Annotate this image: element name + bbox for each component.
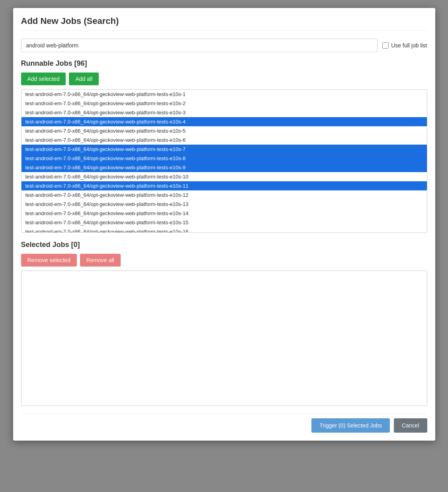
list-item[interactable]: test-android-em-7.0-x86_64/opt-geckoview… [22,99,427,108]
list-item[interactable]: test-android-em-7.0-x86_64/opt-geckoview… [22,200,427,209]
trigger-button[interactable]: Trigger (0) Selected Jobs [311,418,390,433]
list-item[interactable]: test-android-em-7.0-x86_64/opt-geckoview… [22,126,427,135]
selected-jobs-title: Selected Jobs [0] [21,241,427,249]
runnable-jobs-list-container[interactable]: test-android-em-7.0-x86_64/opt-geckoview… [21,89,427,233]
list-item[interactable]: test-android-em-7.0-x86_64/opt-geckoview… [22,108,427,117]
search-row: Use full job list [21,39,427,52]
add-selected-button[interactable]: Add selected [21,73,66,85]
runnable-jobs-button-row: Add selected Add all [21,73,427,85]
full-job-list-checkbox[interactable] [382,42,389,49]
list-item[interactable]: test-android-em-7.0-x86_64/opt-geckoview… [22,209,427,218]
list-item[interactable]: test-android-em-7.0-x86_64/opt-geckoview… [22,172,427,181]
list-item[interactable]: test-android-em-7.0-x86_64/opt-geckoview… [22,145,427,154]
search-input[interactable] [21,39,378,52]
add-all-button[interactable]: Add all [69,73,99,85]
list-item[interactable]: test-android-em-7.0-x86_64/opt-geckoview… [22,190,427,200]
list-item[interactable]: test-android-em-7.0-x86_64/opt-geckoview… [22,154,427,163]
list-item[interactable]: test-android-em-7.0-x86_64/opt-geckoview… [22,181,427,190]
modal-title: Add New Jobs (Search) [21,16,427,31]
runnable-jobs-title: Runnable Jobs [96] [21,59,427,68]
list-item[interactable]: test-android-em-7.0-x86_64/opt-geckoview… [22,135,427,145]
selected-jobs-button-row: Remove selected Remove all [21,254,427,267]
selected-jobs-list-container[interactable] [21,271,427,406]
full-job-list-text: Use full job list [391,42,427,49]
runnable-jobs-list: test-android-em-7.0-x86_64/opt-geckoview… [22,90,427,233]
list-item[interactable]: test-android-em-7.0-x86_64/opt-geckoview… [22,218,427,227]
list-item[interactable]: test-android-em-7.0-x86_64/opt-geckoview… [22,90,427,99]
full-job-list-label[interactable]: Use full job list [382,42,427,49]
list-item[interactable]: test-android-em-7.0-x86_64/opt-geckoview… [22,163,427,172]
modal-dialog: Add New Jobs (Search) Use full job list … [13,8,435,441]
modal-overlay: Add New Jobs (Search) Use full job list … [0,0,448,492]
cancel-button[interactable]: Cancel [394,418,427,433]
remove-all-button[interactable]: Remove all [80,254,121,267]
list-item[interactable]: test-android-em-7.0-x86_64/opt-geckoview… [22,117,427,126]
list-item[interactable]: test-android-em-7.0-x86_64/opt-geckoview… [22,227,427,233]
modal-footer: Trigger (0) Selected Jobs Cancel [21,414,427,433]
remove-selected-button[interactable]: Remove selected [21,254,77,267]
